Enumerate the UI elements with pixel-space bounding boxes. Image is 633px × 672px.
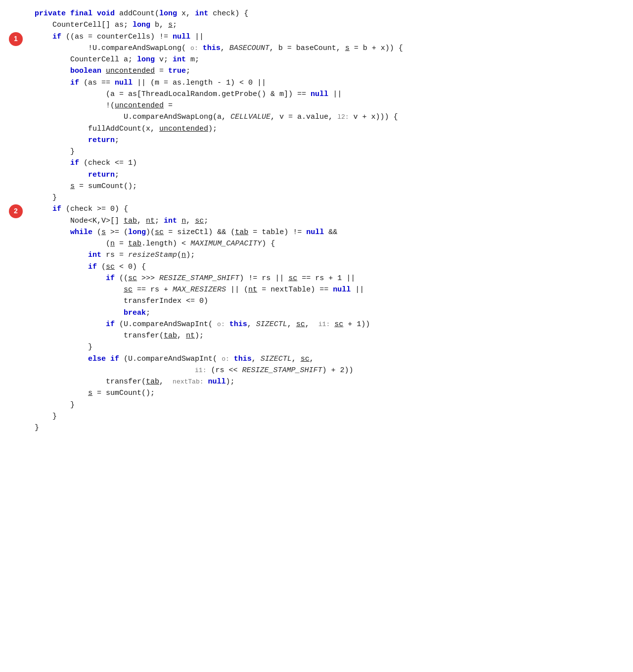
code-line-24: if ((sc >>> RESIZE_STAMP_SHIFT) != rs ||…: [35, 273, 623, 284]
token: sc: [195, 217, 204, 225]
code-line-33: transfer(tab, nextTab: null);: [35, 376, 623, 387]
token: true: [168, 67, 186, 75]
token: nt: [146, 217, 155, 225]
token: uncontended: [159, 125, 208, 133]
code-block: private final void addCount(long x, int …: [35, 8, 623, 433]
token: U.compareAndSwapLong(a,: [124, 113, 230, 121]
token: ,: [287, 320, 296, 329]
token: ;: [115, 171, 119, 179]
token: if: [106, 274, 115, 283]
token: CELLVALUE: [230, 113, 271, 121]
token: , v = a.value,: [271, 113, 337, 121]
code-text-10: U.compareAndSwapLong(a, CELLVALUE, v = a…: [35, 111, 398, 123]
token: rs =: [101, 251, 128, 259]
token: ,: [252, 355, 261, 363]
code-line-22: int rs = resizeStamp(n);: [35, 249, 623, 261]
token: else: [88, 355, 106, 363]
token: sc: [288, 274, 297, 283]
token: uncontended: [115, 101, 164, 110]
token: ,: [221, 44, 229, 52]
token: [225, 320, 229, 329]
code-line-17: }: [35, 192, 623, 203]
code-line-2: CounterCell[] as; long b, s;: [35, 19, 623, 31]
code-line-12: return;: [35, 135, 623, 146]
token: transferIndex <= 0): [124, 297, 208, 305]
token: b,: [150, 21, 168, 29]
code-line-32: i1: (rs << RESIZE_STAMP_SHIFT) + 2)): [35, 365, 623, 376]
code-text-31: else if (U.compareAndSwapInt( o: this, S…: [35, 353, 314, 365]
code-text-28: if (U.compareAndSwapInt( o: this, SIZECT…: [35, 319, 370, 330]
token: sc: [124, 286, 133, 294]
code-line-23: if (sc < 0) {: [35, 261, 623, 273]
token: (: [97, 263, 106, 271]
token: ,: [247, 320, 256, 329]
token: tab: [164, 332, 177, 340]
token: nt: [186, 332, 195, 340]
line-badge-1: 1: [9, 32, 23, 46]
code-line-29: transfer(tab, nt);: [35, 330, 623, 341]
code-text-15: return;: [35, 169, 119, 181]
code-line-20: while (s >= (long)(sc = sizeCtl) && (tab…: [35, 227, 623, 238]
token: ;: [146, 309, 150, 317]
code-text-9: !(uncontended =: [35, 100, 173, 111]
token: private: [35, 9, 66, 18]
token: || (: [226, 286, 248, 294]
token: [101, 67, 106, 75]
code-text-36: }: [35, 411, 57, 422]
token: MAXIMUM_CAPACITY: [190, 240, 262, 248]
token: ,: [305, 320, 318, 329]
code-line-25: sc == rs + MAX_RESIZERS || (nt = nextTab…: [35, 284, 623, 295]
code-text-20: while (s >= (long)(sc = sizeCtl) && (tab…: [35, 227, 337, 238]
code-text-5: CounterCell a; long v; int m;: [35, 54, 199, 65]
token: transfer(: [106, 378, 146, 386]
code-line-30: }: [35, 341, 623, 353]
code-line-21: (n = tab.length) < MAXIMUM_CAPACITY) {: [35, 238, 623, 249]
code-line-4: !U.compareAndSwapLong( o: this, BASECOUN…: [35, 43, 623, 54]
token: CounterCell[] as;: [52, 21, 133, 29]
code-text-29: transfer(tab, nt);: [35, 330, 204, 341]
token: }: [70, 147, 75, 156]
code-line-10: U.compareAndSwapLong(a, CELLVALUE, v = a…: [35, 111, 623, 123]
code-text-32: i1: (rs << RESIZE_STAMP_SHIFT) + 2)): [35, 365, 354, 376]
token: this: [229, 320, 247, 329]
code-text-11: fullAddCount(x, uncontended);: [35, 123, 217, 135]
token: (: [177, 251, 181, 259]
token: (U.compareAndSwapInt(: [115, 320, 217, 329]
code-text-13: }: [35, 146, 75, 157]
token: resizeStamp: [128, 251, 177, 259]
token: (U.compareAndSwapInt(: [119, 355, 222, 363]
token: (as ==: [79, 79, 115, 87]
token: == rs +: [133, 286, 173, 294]
token: ;: [204, 217, 208, 225]
token: sc: [128, 274, 137, 283]
token: o:: [190, 45, 198, 52]
code-text-18: if (check >= 0) {: [35, 203, 128, 215]
token: n: [181, 217, 186, 225]
token: }: [70, 401, 75, 409]
token: = b + x)) {: [350, 44, 403, 52]
token: x,: [177, 9, 195, 18]
token: v;: [155, 55, 173, 64]
token: !U.compareAndSwapLong(: [88, 44, 190, 52]
token: s: [101, 228, 106, 237]
token: ;: [173, 21, 177, 29]
token: int: [195, 9, 208, 18]
token: null: [306, 228, 324, 237]
token: );: [186, 251, 195, 259]
token: }: [88, 343, 92, 351]
code-line-11: fullAddCount(x, uncontended);: [35, 123, 623, 135]
token: =: [115, 240, 128, 248]
token: ) != rs ||: [239, 274, 288, 283]
token: sc: [334, 320, 343, 329]
token: if: [106, 320, 115, 329]
token: ((: [115, 274, 128, 283]
token: >>>: [137, 274, 159, 283]
token: long: [133, 21, 150, 29]
token: check) {: [208, 9, 248, 18]
token: s: [168, 21, 173, 29]
code-text-16: s = sumCount();: [35, 181, 137, 192]
token: ;: [115, 136, 119, 144]
token: uncontended: [106, 67, 155, 75]
code-text-19: Node<K,V>[] tab, nt; int n, sc;: [35, 215, 208, 227]
code-line-31: else if (U.compareAndSwapInt( o: this, S…: [35, 353, 623, 365]
